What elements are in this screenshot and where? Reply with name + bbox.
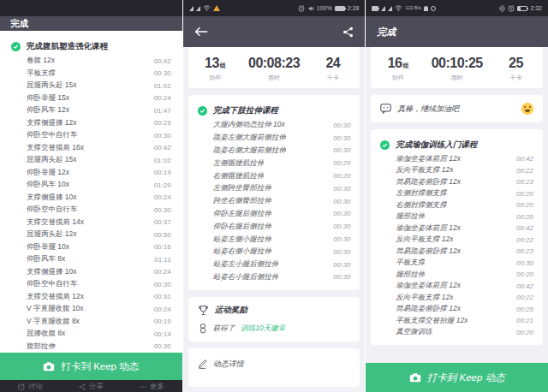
exercise-name: 支撑侧提膝 10x xyxy=(27,267,77,277)
exercise-duration: 00:30 xyxy=(333,146,350,154)
exercise-row: 屈膝收腹 8x 00:14 xyxy=(11,328,171,341)
pencil-icon xyxy=(198,359,207,369)
exercise-duration: 01:02 xyxy=(154,157,171,164)
screen-left: 完成 完成腹肌塑造强化课程 卷腹 12x 00:42 平板支撑 xyxy=(0,0,182,392)
exercise-row: 支撑侧提膝 10x 00:24 xyxy=(11,192,171,205)
stat-label: 千卡 xyxy=(492,74,539,82)
exercise-row: 仰卧举腿 12x 00:19 xyxy=(11,167,171,180)
coach-comment-text: 真棒，继续加油吧 xyxy=(397,104,515,115)
post-details-label: 动态详情 xyxy=(213,359,244,370)
exercise-duration: 00:19 xyxy=(154,318,171,325)
exercise-duration: 00:20 xyxy=(516,201,533,209)
exercise-row: 仰卧风车 12x 01:47 xyxy=(11,104,171,117)
exercise-row: 仰卧举腿 15x 00:24 xyxy=(11,92,171,105)
stat-calories: 24 千卡 xyxy=(309,56,356,82)
exercise-name: 简易跪姿俯卧撑 12x xyxy=(396,304,461,314)
share-icon[interactable] xyxy=(342,27,354,38)
exercise-duration: 00:21 xyxy=(516,317,533,324)
more-icon xyxy=(140,383,146,390)
exercise-duration: 00:20 xyxy=(516,329,533,336)
exercise-row: 反向平板支撑 12x 00:22 xyxy=(380,165,533,177)
exercise-name: 站姿左侧小腿拉伸 xyxy=(213,235,271,245)
exercise-name: 跨坐右侧臀部拉伸 xyxy=(213,196,271,206)
clock-time: 2:32 xyxy=(530,5,542,11)
signal-icon xyxy=(196,6,200,11)
exercise-row: 屈腿两头起 12x 00:50 xyxy=(11,229,171,241)
exercise-name: 瑜伽坐姿体前屈 12x xyxy=(396,154,461,164)
medal-icon xyxy=(199,324,207,334)
post-details-card[interactable]: 动态详情 xyxy=(188,348,360,387)
exercise-name: 仰卧举腿 12x xyxy=(27,168,69,178)
exercise-name: 右侧肘撑侧支撑 xyxy=(396,200,447,211)
exercise-duration: 00:24 xyxy=(154,306,171,313)
exercise-name: 腹部拉伸 xyxy=(27,342,56,352)
back-arrow-icon[interactable] xyxy=(194,27,208,37)
battery-icon xyxy=(335,6,345,11)
exercise-row: 平板支撑 00:30 xyxy=(380,258,533,270)
exercise-row: 站姿左小腿后侧拉伸 00:30 xyxy=(198,258,351,271)
checkin-button[interactable]: 打卡到 Keep 动态 xyxy=(0,353,182,380)
share-action[interactable]: 分享 xyxy=(79,382,104,392)
stat-value: 00:10:25 xyxy=(421,56,492,71)
exercise-row: 跨坐右侧臀部拉伸 00:30 xyxy=(198,195,351,208)
network-speed: 122 B/s xyxy=(405,6,421,11)
workout-summary-panel: 完成腹肌塑造强化课程 卷腹 12x 00:42 平板支撑 00:30 屈腿 xyxy=(0,31,182,353)
exercise-duration: 00:30 xyxy=(333,122,350,129)
exercise-duration: 00:30 xyxy=(154,69,171,77)
course-header: 完成瑜伽训练入门课程 xyxy=(380,136,533,153)
appbar xyxy=(183,16,366,47)
exercise-name: 平板支撑 xyxy=(396,258,425,268)
exercise-duration: 00:37 xyxy=(154,218,171,226)
exercise-row: 支撑侧提膝 12x 00:29 xyxy=(11,117,171,130)
stat-calories: 25 千卡 xyxy=(492,56,539,82)
exercise-duration: 00:50 xyxy=(154,231,171,239)
stats-card: 16组 动作 00:10:25 用时 25 千卡 xyxy=(371,47,543,88)
exercise-name: V 字直腿收腹 10x xyxy=(27,304,84,314)
exercise-duration: 00:24 xyxy=(154,94,171,102)
stat-unit: 组 xyxy=(220,62,226,68)
exercise-duration: 01:02 xyxy=(154,82,171,90)
exercise-row: 站姿右小腿后侧拉伸 00:30 xyxy=(198,271,351,284)
exercise-duration: 00:24 xyxy=(154,193,171,201)
exercise-duration: 00:20 xyxy=(516,213,533,221)
appbar: 完成 xyxy=(0,16,182,31)
wifi-icon xyxy=(203,5,211,11)
share-label: 分享 xyxy=(89,382,104,392)
checkin-button-label: 打卡到 Keep 动态 xyxy=(61,360,139,373)
exercise-row: 支撑交替摸肩 14x 00:37 xyxy=(11,217,171,229)
exercise-row: 平板支撑 00:30 xyxy=(11,68,171,80)
badge-link[interactable]: 训练10天徽章 xyxy=(241,324,285,334)
statusbar xyxy=(0,0,182,16)
discuss-action[interactable]: 讨论 xyxy=(18,382,43,392)
camera-icon xyxy=(43,362,55,371)
exercise-name: 站姿右小腿后侧拉伸 xyxy=(213,272,279,282)
share-icon xyxy=(79,383,86,390)
exercise-name: 真空腹训练 xyxy=(396,327,432,337)
exercise-row: 简易跪姿俯卧撑 12x 00:25 xyxy=(380,304,533,316)
vibrate-icon xyxy=(499,5,505,12)
exercise-row: 平板支撑交替抬腿 12x 00:21 xyxy=(380,315,533,327)
stat-unit: 组 xyxy=(403,62,409,68)
exercise-row: 瑜伽坐姿体前屈 12x 00:42 xyxy=(380,153,533,165)
exercise-name: 腿部拉伸 xyxy=(396,270,425,280)
signal-icon xyxy=(381,6,385,11)
speech-bubble-icon xyxy=(380,104,391,114)
exercise-duration: 00:19 xyxy=(154,169,171,176)
sim-icon xyxy=(372,6,378,11)
exercise-row: 仰卧左腿后侧拉伸 00:30 xyxy=(198,208,351,221)
check-circle-icon xyxy=(380,140,390,150)
checkin-button[interactable]: 打卡到 Keep 动态 xyxy=(366,363,548,392)
exercise-duration: 00:23 xyxy=(516,247,533,255)
exercise-row: 瑜伽坐姿体前屈 12x 00:42 xyxy=(380,223,533,235)
exercise-row: 腿部拉伸 00:20 xyxy=(380,211,533,223)
exercise-duration: 00:23 xyxy=(516,178,533,186)
statusbar: 100% 2:28 xyxy=(183,0,366,16)
more-action[interactable]: 更多 xyxy=(140,382,164,392)
exercise-row: 卷腹 12x 00:42 xyxy=(11,55,171,68)
alarm-icon xyxy=(508,5,515,12)
signal-icon xyxy=(388,6,392,11)
signal-icon xyxy=(189,6,194,11)
exercise-name: 仰卧风车 10x xyxy=(27,180,69,190)
stat-label: 用时 xyxy=(239,74,310,82)
exercise-duration: 00:30 xyxy=(333,223,350,230)
